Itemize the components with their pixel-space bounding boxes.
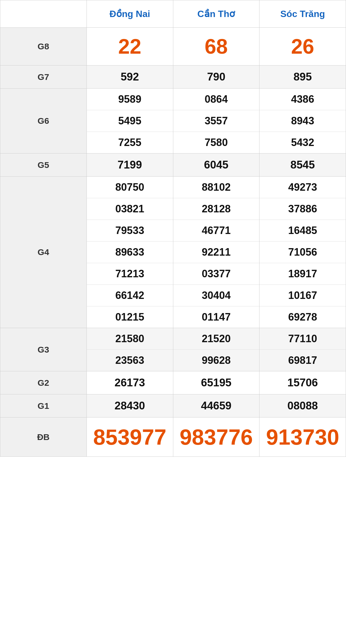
cell-value: 03377 xyxy=(173,263,260,285)
cell-value: 49273 xyxy=(260,177,346,198)
cell-g3-col3: 7711069817 xyxy=(260,328,346,371)
row-label-g4: G4 xyxy=(0,177,87,328)
cell-value: 30404 xyxy=(173,285,260,306)
cell-g1-col1: 28430 xyxy=(86,394,173,418)
cell-value: 8943 xyxy=(260,110,346,132)
cell-value: 71213 xyxy=(87,263,173,285)
cell-g4-col2: 88102281284677192211033773040401147 xyxy=(173,177,260,328)
cell-value: 77110 xyxy=(260,328,346,350)
cell-value: 10167 xyxy=(260,285,346,306)
row-label-g2: G2 xyxy=(0,371,87,394)
header-col2: Cần Thơ xyxy=(173,0,260,28)
cell-g2-col2: 65195 xyxy=(173,371,260,394)
cell-value: 69278 xyxy=(260,306,346,328)
cell-đb-col2: 983776 xyxy=(173,418,260,457)
cell-g8-col3: 26 xyxy=(260,28,346,65)
cell-value: 7580 xyxy=(173,132,260,153)
cell-value: 01147 xyxy=(173,306,260,328)
row-label-g7: G7 xyxy=(0,65,87,89)
cell-value: 66142 xyxy=(87,285,173,306)
cell-value: 28128 xyxy=(173,198,260,220)
cell-value: 80750 xyxy=(87,177,173,198)
cell-value: 99628 xyxy=(173,350,260,371)
cell-g3-col1: 2158023563 xyxy=(86,328,173,371)
header-col1: Đồng Nai xyxy=(86,0,173,28)
cell-đb-col1: 853977 xyxy=(86,418,173,457)
cell-g7-col1: 592 xyxy=(86,65,173,89)
cell-g7-col3: 895 xyxy=(260,65,346,89)
cell-value: 9589 xyxy=(87,89,173,110)
cell-g4-col3: 49273378861648571056189171016769278 xyxy=(260,177,346,328)
cell-g6-col1: 958954957255 xyxy=(86,89,173,153)
cell-g5-col3: 8545 xyxy=(260,153,346,177)
row-label-g6: G6 xyxy=(0,89,87,153)
cell-g2-col3: 15706 xyxy=(260,371,346,394)
cell-value: 0864 xyxy=(173,89,260,110)
header-col3: Sóc Trăng xyxy=(260,0,346,28)
cell-g2-col1: 26173 xyxy=(86,371,173,394)
cell-value: 23563 xyxy=(87,350,173,371)
cell-value: 7255 xyxy=(87,132,173,153)
cell-g5-col2: 6045 xyxy=(173,153,260,177)
cell-value: 21580 xyxy=(87,328,173,350)
cell-g8-col2: 68 xyxy=(173,28,260,65)
lottery-table: Đồng Nai Cần Thơ Sóc Trăng G8226826G7592… xyxy=(0,0,346,457)
row-label-đb: ĐB xyxy=(0,418,87,457)
cell-g1-col3: 08088 xyxy=(260,394,346,418)
cell-g7-col2: 790 xyxy=(173,65,260,89)
cell-value: 88102 xyxy=(173,177,260,198)
cell-g5-col1: 7199 xyxy=(86,153,173,177)
cell-g8-col1: 22 xyxy=(86,28,173,65)
cell-value: 89633 xyxy=(87,242,173,263)
cell-value: 69817 xyxy=(260,350,346,371)
cell-value: 18917 xyxy=(260,263,346,285)
cell-g1-col2: 44659 xyxy=(173,394,260,418)
cell-đb-col3: 913730 xyxy=(260,418,346,457)
row-label-g1: G1 xyxy=(0,394,87,418)
cell-value: 79533 xyxy=(87,220,173,242)
cell-value: 92211 xyxy=(173,242,260,263)
cell-value: 16485 xyxy=(260,220,346,242)
cell-value: 01215 xyxy=(87,306,173,328)
cell-value: 46771 xyxy=(173,220,260,242)
header-label-col xyxy=(0,0,87,28)
cell-value: 5495 xyxy=(87,110,173,132)
cell-value: 71056 xyxy=(260,242,346,263)
cell-value: 5432 xyxy=(260,132,346,153)
cell-value: 3557 xyxy=(173,110,260,132)
row-label-g5: G5 xyxy=(0,153,87,177)
cell-value: 21520 xyxy=(173,328,260,350)
cell-g6-col2: 086435577580 xyxy=(173,89,260,153)
cell-value: 37886 xyxy=(260,198,346,220)
row-label-g3: G3 xyxy=(0,328,87,371)
cell-g4-col1: 80750038217953389633712136614201215 xyxy=(86,177,173,328)
row-label-g8: G8 xyxy=(0,28,87,65)
cell-value: 03821 xyxy=(87,198,173,220)
cell-g6-col3: 438689435432 xyxy=(260,89,346,153)
cell-value: 4386 xyxy=(260,89,346,110)
cell-g3-col2: 2152099628 xyxy=(173,328,260,371)
